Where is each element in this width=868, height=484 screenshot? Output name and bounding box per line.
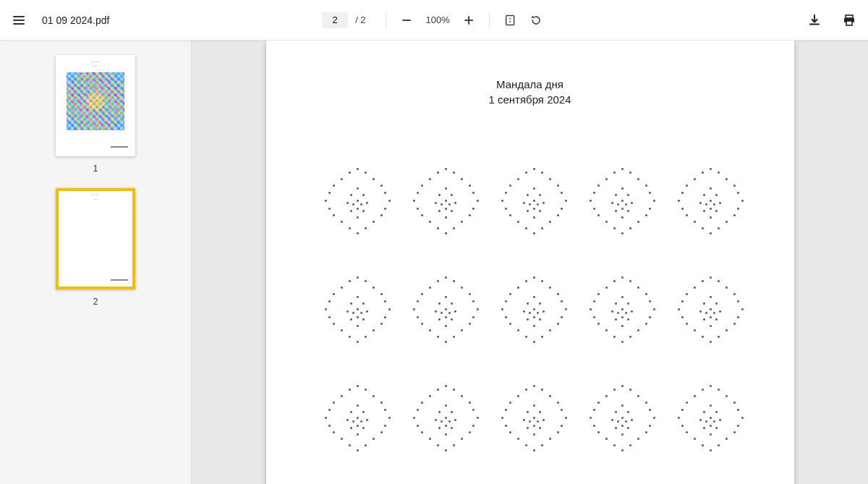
svg-rect-3 <box>846 15 853 18</box>
page-date: 1 сентября 2024 <box>266 93 794 106</box>
page-number-input[interactable] <box>322 12 348 28</box>
thumbnail-page-1[interactable]: — —— <box>56 55 135 156</box>
thumb-2-title: — —— <box>56 188 135 201</box>
thumbnail-sidebar[interactable]: — —— 1 — —— 2 <box>0 41 192 484</box>
zoom-in-button[interactable] <box>459 10 479 30</box>
main-area: — —— 1 — —— 2 Мандала дня 1 сентября 202… <box>0 41 868 484</box>
fit-page-button[interactable] <box>500 10 520 30</box>
file-name: 01 09 2024.pdf <box>42 14 109 26</box>
thumbnail-page-2[interactable]: — —— <box>56 188 135 289</box>
thumb-2-number: 2 <box>93 297 98 307</box>
thumb-2-dots <box>63 201 128 273</box>
svg-rect-5 <box>846 21 852 25</box>
svg-rect-0 <box>506 15 514 25</box>
thumb-1-title: — —— <box>56 55 135 68</box>
page-title: Мандала дня <box>266 78 794 90</box>
toolbar: 01 09 2024.pdf / 2 100% <box>0 0 868 41</box>
thumb-1-number: 1 <box>93 164 98 174</box>
zoom-level: 100% <box>423 14 453 25</box>
rotate-button[interactable] <box>526 10 546 30</box>
svg-point-1 <box>509 18 511 20</box>
page-viewer[interactable]: Мандала дня 1 сентября 2024 <box>192 41 868 484</box>
download-button[interactable] <box>804 10 825 30</box>
thumb-2-footer-line <box>111 279 128 281</box>
print-button[interactable] <box>839 10 859 30</box>
svg-point-2 <box>509 21 511 22</box>
zoom-out-button[interactable] <box>397 10 417 30</box>
page-total: / 2 <box>355 14 365 25</box>
divider <box>386 13 387 27</box>
pdf-page: Мандала дня 1 сентября 2024 <box>266 41 794 484</box>
divider <box>489 13 490 27</box>
dot-pattern-area <box>317 164 765 484</box>
thumb-1-artwork <box>67 72 124 130</box>
menu-icon[interactable] <box>9 10 29 30</box>
thumb-1-footer-line <box>111 146 128 148</box>
